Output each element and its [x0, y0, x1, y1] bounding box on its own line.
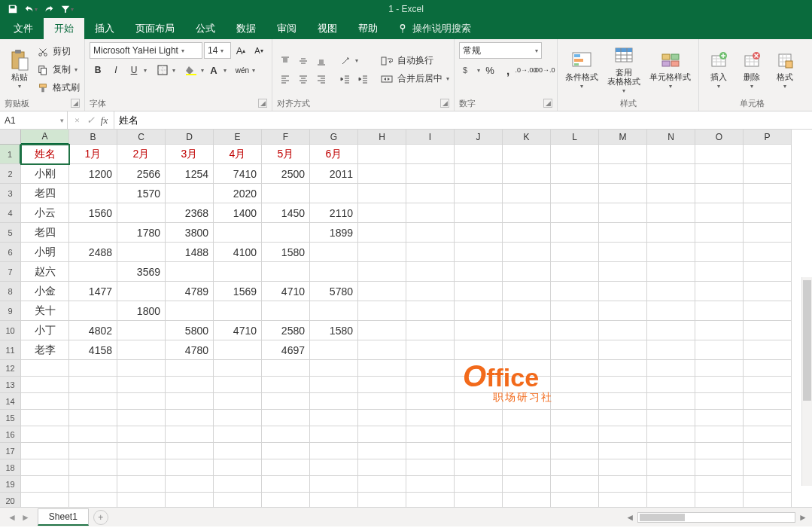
cell-B16[interactable] [69, 426, 117, 443]
cell-I19[interactable] [406, 476, 455, 493]
cell-N5[interactable] [647, 223, 695, 243]
cell-A17[interactable] [21, 443, 69, 459]
cell-P9[interactable] [744, 301, 792, 321]
cell-K8[interactable] [503, 282, 551, 301]
tab-file[interactable]: 文件 [3, 18, 44, 39]
cell-N15[interactable] [647, 410, 695, 426]
bold-button[interactable]: B [90, 62, 106, 78]
row-header-16[interactable]: 16 [0, 426, 21, 443]
cell-E9[interactable] [214, 301, 262, 321]
cell-I20[interactable] [406, 493, 455, 507]
cell-I14[interactable] [406, 393, 455, 410]
cell-I11[interactable] [406, 340, 455, 360]
cell-K15[interactable] [503, 410, 551, 426]
cell-O20[interactable] [695, 493, 744, 507]
cell-A1[interactable]: 姓名 [21, 145, 69, 164]
cell-G10[interactable]: 1580 [310, 321, 358, 340]
col-header-A[interactable]: A [21, 130, 69, 145]
cell-P12[interactable] [744, 360, 792, 377]
row-header-11[interactable]: 11 [0, 340, 21, 360]
increase-indent-icon[interactable] [355, 71, 372, 87]
cell-G15[interactable] [310, 410, 358, 426]
cell-C11[interactable] [117, 340, 166, 360]
cell-L12[interactable] [551, 360, 599, 377]
decrease-indent-icon[interactable] [337, 71, 354, 87]
cell-L20[interactable] [551, 493, 599, 507]
cell-K18[interactable] [503, 459, 551, 476]
cell-K20[interactable] [503, 493, 551, 507]
col-header-B[interactable]: B [69, 130, 117, 145]
cell-G17[interactable] [310, 443, 358, 459]
number-format-combo[interactable]: 常规▾ [459, 42, 542, 59]
cell-K16[interactable] [503, 426, 551, 443]
cell-M3[interactable] [599, 184, 647, 203]
cell-G5[interactable]: 1899 [310, 223, 358, 243]
format-painter-button[interactable]: 格式刷 [38, 80, 80, 96]
tell-me[interactable]: 操作说明搜索 [388, 18, 480, 39]
cell-D9[interactable] [166, 301, 214, 321]
name-box[interactable]: A1 ▾ [0, 111, 68, 129]
cell-P6[interactable] [744, 243, 792, 262]
cell-H16[interactable] [358, 426, 406, 443]
row-header-13[interactable]: 13 [0, 377, 21, 393]
number-dialog-icon[interactable]: ◢ [543, 99, 552, 108]
cell-O14[interactable] [695, 393, 744, 410]
decrease-font-icon[interactable]: A▾ [251, 42, 267, 59]
cell-D20[interactable] [166, 493, 214, 507]
cell-K12[interactable] [503, 360, 551, 377]
undo-icon[interactable]: ▾ [23, 1, 39, 17]
cell-M10[interactable] [599, 321, 647, 340]
cell-L3[interactable] [551, 184, 599, 203]
cell-C13[interactable] [117, 377, 166, 393]
format-as-table-button[interactable]: 套用 表格格式▾ [604, 44, 643, 96]
cell-P16[interactable] [744, 426, 792, 443]
cell-M7[interactable] [599, 262, 647, 282]
cell-B4[interactable]: 1560 [69, 203, 117, 223]
cell-B9[interactable] [69, 301, 117, 321]
col-header-C[interactable]: C [117, 130, 166, 145]
cell-E8[interactable]: 1569 [214, 282, 262, 301]
cell-E17[interactable] [214, 443, 262, 459]
cell-D8[interactable]: 4789 [166, 282, 214, 301]
col-header-D[interactable]: D [166, 130, 214, 145]
cell-E10[interactable]: 4710 [214, 321, 262, 340]
cell-J7[interactable] [455, 262, 503, 282]
cell-N3[interactable] [647, 184, 695, 203]
cell-F17[interactable] [262, 443, 310, 459]
cell-D2[interactable]: 1254 [166, 164, 214, 184]
cell-C18[interactable] [117, 459, 166, 476]
cell-I10[interactable] [406, 321, 455, 340]
cell-G12[interactable] [310, 360, 358, 377]
cell-I2[interactable] [406, 164, 455, 184]
cell-G9[interactable] [310, 301, 358, 321]
cell-J11[interactable] [455, 340, 503, 360]
cell-L14[interactable] [551, 393, 599, 410]
cell-A9[interactable]: 关十 [21, 301, 69, 321]
cell-A6[interactable]: 小明 [21, 243, 69, 262]
fill-color-button[interactable] [183, 62, 199, 78]
tab-insert[interactable]: 插入 [84, 18, 125, 39]
cell-H13[interactable] [358, 377, 406, 393]
cell-N14[interactable] [647, 393, 695, 410]
align-left-icon[interactable] [277, 71, 293, 87]
cell-I9[interactable] [406, 301, 455, 321]
row-header-19[interactable]: 19 [0, 476, 21, 493]
cell-H17[interactable] [358, 443, 406, 459]
font-size-combo[interactable]: 14▾ [204, 42, 231, 59]
clipboard-dialog-icon[interactable]: ◢ [71, 99, 80, 108]
cell-E16[interactable] [214, 426, 262, 443]
cell-C8[interactable] [117, 282, 166, 301]
cell-D14[interactable] [166, 393, 214, 410]
cell-D7[interactable] [166, 262, 214, 282]
cell-K17[interactable] [503, 443, 551, 459]
cell-F20[interactable] [262, 493, 310, 507]
cell-E7[interactable] [214, 262, 262, 282]
cell-H9[interactable] [358, 301, 406, 321]
cell-A19[interactable] [21, 476, 69, 493]
conditional-format-button[interactable]: 条件格式▾ [562, 48, 601, 91]
orientation-icon[interactable] [337, 53, 354, 69]
cell-E5[interactable] [214, 223, 262, 243]
cell-K10[interactable] [503, 321, 551, 340]
cell-N9[interactable] [647, 301, 695, 321]
tab-layout[interactable]: 页面布局 [125, 18, 185, 39]
